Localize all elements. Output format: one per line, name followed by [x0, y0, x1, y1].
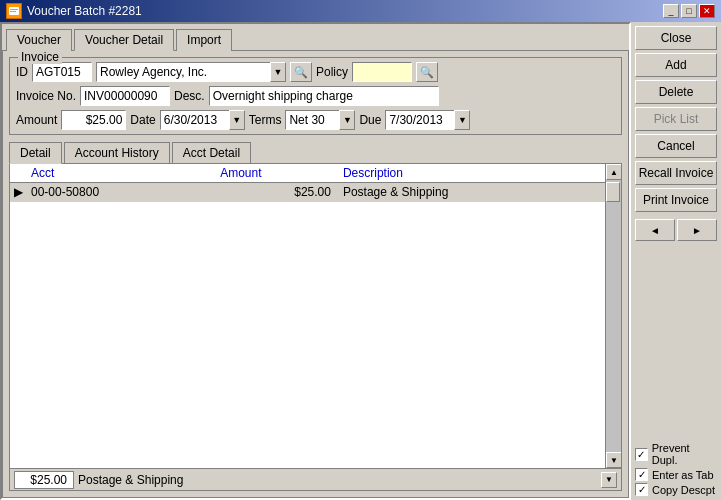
terms-dropdown-arrow[interactable]: ▼ — [339, 110, 355, 130]
due-dropdown-arrow[interactable]: ▼ — [454, 110, 470, 130]
detail-table: Acct Amount Description — [10, 164, 621, 202]
enter-as-tab-row: ✓ Enter as Tab — [635, 468, 717, 481]
policy-input[interactable] — [352, 62, 412, 82]
prevent-dupl-row: ✓ Prevent Dupl. — [635, 442, 717, 466]
date-dropdown-arrow[interactable]: ▼ — [229, 110, 245, 130]
vendor-search-button[interactable]: 🔍 — [290, 62, 312, 82]
minimize-button[interactable]: _ — [663, 4, 679, 18]
amount-label: Amount — [16, 113, 57, 127]
recall-invoice-button[interactable]: Recall Invoice — [635, 161, 717, 185]
invoice-id-row: ID ▼ 🔍 Policy 🔍 — [16, 62, 615, 82]
add-button[interactable]: Add — [635, 53, 717, 77]
window-controls: _ □ ✕ — [663, 4, 715, 18]
terms-combo: ▼ — [285, 110, 355, 130]
row-indicator: ▶ — [10, 183, 27, 202]
col-indicator — [10, 164, 27, 183]
scroll-down-button[interactable]: ▼ — [606, 452, 621, 468]
copy-descpt-row: ✓ Copy Descpt — [635, 483, 717, 496]
delete-button[interactable]: Delete — [635, 80, 717, 104]
desc-input[interactable] — [209, 86, 439, 106]
top-tabs: Voucher Voucher Detail Import — [2, 24, 629, 50]
due-label: Due — [359, 113, 381, 127]
terms-input[interactable] — [285, 110, 340, 130]
scroll-thumb[interactable] — [606, 182, 620, 202]
invoice-group: Invoice ID ▼ 🔍 Policy 🔍 Invoice — [9, 57, 622, 135]
nav-prev-button[interactable]: ◄ — [635, 219, 675, 241]
col-description: Description — [339, 164, 621, 183]
amount-input[interactable] — [61, 110, 126, 130]
enter-as-tab-label: Enter as Tab — [652, 469, 714, 481]
pick-list-button[interactable]: Pick List — [635, 107, 717, 131]
maximize-button[interactable]: □ — [681, 4, 697, 18]
tab-voucher[interactable]: Voucher — [6, 29, 72, 51]
print-invoice-button[interactable]: Print Invoice — [635, 188, 717, 212]
invoice-group-label: Invoice — [18, 50, 62, 64]
desc-label: Desc. — [174, 89, 205, 103]
table-row[interactable]: ▶ 00-00-50800 $25.00 Postage & Shipping — [10, 183, 621, 202]
close-button[interactable]: Close — [635, 26, 717, 50]
app-icon — [6, 3, 22, 19]
bottom-scroll-button[interactable]: ▼ — [601, 472, 617, 488]
detail-tabs-container: Detail Account History Acct Detail — [9, 141, 622, 491]
svg-rect-2 — [10, 9, 18, 10]
window-title: Voucher Batch #2281 — [27, 4, 142, 18]
nav-next-button[interactable]: ► — [677, 219, 717, 241]
id-input[interactable] — [32, 62, 92, 82]
col-amount: Amount — [216, 164, 339, 183]
due-input[interactable] — [385, 110, 455, 130]
vendor-dropdown-arrow[interactable]: ▼ — [270, 62, 286, 82]
title-bar: Voucher Batch #2281 _ □ ✕ — [0, 0, 721, 22]
row-acct: 00-00-50800 — [27, 183, 216, 202]
prevent-dupl-checkbox[interactable]: ✓ — [635, 448, 648, 461]
table-scroll-area: Acct Amount Description — [10, 164, 621, 468]
detail-tabs: Detail Account History Acct Detail — [9, 141, 622, 163]
scroll-track[interactable] — [606, 180, 621, 452]
enter-as-tab-checkbox[interactable]: ✓ — [635, 468, 648, 481]
date-label: Date — [130, 113, 155, 127]
tab-detail[interactable]: Detail — [9, 142, 62, 164]
scroll-up-button[interactable]: ▲ — [606, 164, 621, 180]
nav-buttons: ◄ ► — [635, 219, 717, 241]
detail-content: Acct Amount Description — [9, 163, 622, 491]
tab-acct-detail[interactable]: Acct Detail — [172, 142, 251, 164]
prevent-dupl-label: Prevent Dupl. — [652, 442, 717, 466]
vendor-input[interactable] — [96, 62, 271, 82]
svg-rect-3 — [10, 11, 16, 12]
tab-voucher-detail[interactable]: Voucher Detail — [74, 29, 174, 51]
invoice-no-row: Invoice No. Desc. — [16, 86, 615, 106]
terms-label: Terms — [249, 113, 282, 127]
bottom-description: Postage & Shipping — [78, 473, 597, 487]
col-acct: Acct — [27, 164, 216, 183]
close-window-button[interactable]: ✕ — [699, 4, 715, 18]
copy-descpt-checkbox[interactable]: ✓ — [635, 483, 648, 496]
left-panel: Voucher Voucher Detail Import Invoice ID — [0, 22, 631, 500]
date-combo: ▼ — [160, 110, 245, 130]
policy-search-button[interactable]: 🔍 — [416, 62, 438, 82]
invoice-no-label: Invoice No. — [16, 89, 76, 103]
cancel-button[interactable]: Cancel — [635, 134, 717, 158]
date-input[interactable] — [160, 110, 230, 130]
tab-account-history[interactable]: Account History — [64, 142, 170, 164]
invoice-no-input[interactable] — [80, 86, 170, 106]
content-area: Invoice ID ▼ 🔍 Policy 🔍 Invoice — [2, 50, 629, 498]
copy-descpt-label: Copy Descpt — [652, 484, 715, 496]
amount-row: Amount Date ▼ Terms ▼ Due ▼ — [16, 110, 615, 130]
vertical-scrollbar[interactable]: ▲ ▼ — [605, 164, 621, 468]
bottom-amount: $25.00 — [14, 471, 74, 489]
due-combo: ▼ — [385, 110, 470, 130]
policy-label: Policy — [316, 65, 348, 79]
row-description: Postage & Shipping — [339, 183, 621, 202]
row-amount: $25.00 — [216, 183, 339, 202]
id-label: ID — [16, 65, 28, 79]
tab-import[interactable]: Import — [176, 29, 232, 51]
bottom-status-bar: $25.00 Postage & Shipping ▼ — [10, 468, 621, 490]
vendor-combo: ▼ — [96, 62, 286, 82]
checkboxes: ✓ Prevent Dupl. ✓ Enter as Tab ✓ Copy De… — [635, 442, 717, 496]
right-panel: Close Add Delete Pick List Cancel Recall… — [631, 22, 721, 500]
